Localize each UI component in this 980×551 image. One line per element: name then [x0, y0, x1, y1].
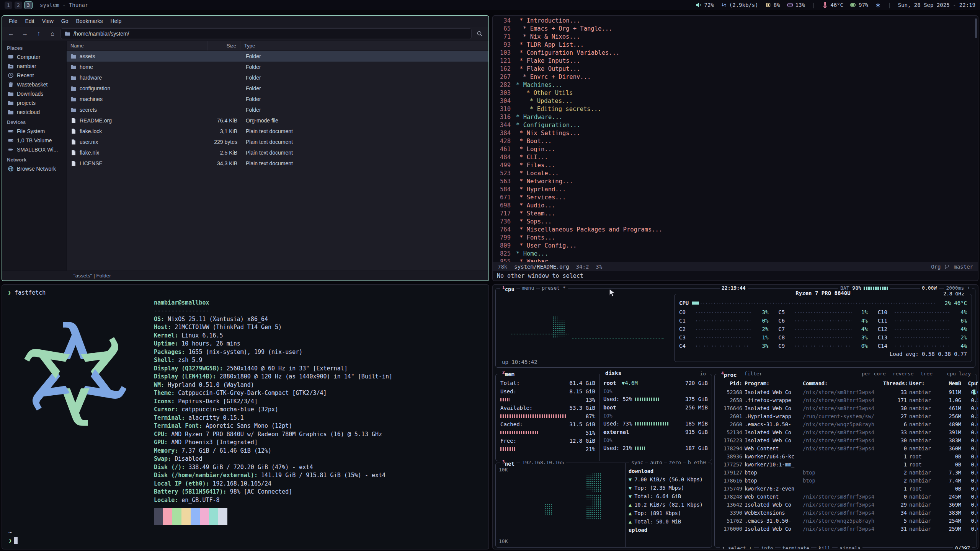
workspace-2[interactable]: 2	[15, 2, 22, 9]
process-row-178616[interactable]: 178616btopbtop2nambiar7.4M0.0	[715, 476, 977, 484]
process-row-52134[interactable]: 52134Isolated Web Co/nix/store/sm8fnrf3w…	[715, 428, 977, 436]
sidebar-item-nambiar[interactable]: nambiar	[2, 62, 66, 71]
column-header-name[interactable]: Name	[67, 41, 207, 51]
scrollbar-thumb[interactable]	[975, 18, 977, 38]
org-heading-line[interactable]: 698* Audio...	[493, 202, 978, 210]
sidebar-item-downloads[interactable]: Downloads	[2, 89, 66, 98]
file-row-home[interactable]: homeFolder	[67, 62, 488, 72]
memory-module[interactable]: 13%	[787, 2, 805, 8]
back-button[interactable]: ←	[5, 28, 17, 39]
org-heading-line[interactable]: 267* Envrc + Direnv...	[493, 73, 978, 81]
org-heading-line[interactable]: 384* Nix Settings...	[493, 129, 978, 137]
org-heading-line[interactable]: 34* Introduction...	[493, 17, 978, 25]
proc-action-terminate[interactable]: terminate	[781, 545, 811, 549]
org-heading-line[interactable]: 316* Hardware...	[493, 113, 978, 121]
workspace-1[interactable]: 1	[5, 2, 12, 9]
up-button[interactable]: ↑	[33, 28, 44, 39]
file-row-flake-nix[interactable]: flake.nix2,5 KiBPlain text document	[67, 147, 488, 158]
sidebar-item-projects[interactable]: projects	[2, 98, 66, 108]
sidebar-item-smallbox-wi[interactable]: SMALLBOX Wi...	[2, 145, 66, 154]
sidebar-item-browse-network[interactable]: Browse Network	[2, 164, 66, 173]
menu-help[interactable]: Help	[107, 17, 125, 25]
menu-button[interactable]: menu	[520, 285, 536, 292]
volume-module[interactable]: 72%	[696, 2, 714, 8]
process-row-51762[interactable]: 51762.emacs-31.0.50-/nix/store/wnqz5pa8r…	[715, 517, 977, 525]
org-heading-line[interactable]: 484* CLI...	[493, 153, 978, 161]
home-button[interactable]: ⌂	[47, 28, 58, 39]
proc-action-select[interactable]: ↑ select ↓	[720, 545, 754, 549]
proc-option-tree[interactable]: tree	[919, 371, 934, 377]
sidebar-item-nextcloud[interactable]: nextcloud	[2, 108, 66, 117]
process-row-176223[interactable]: 176223Isolated Web Co/nix/store/sm8fnrf3…	[715, 436, 977, 444]
file-row-hardware[interactable]: hardwareFolder	[67, 72, 488, 83]
proc-action-info[interactable]: info	[759, 545, 775, 549]
org-heading-line[interactable]: 344* Configuration...	[493, 121, 978, 129]
sidebar-item-recent[interactable]: Recent	[2, 71, 66, 80]
file-row-machines[interactable]: machinesFolder	[67, 94, 488, 104]
update-interval[interactable]: 2000ms +	[944, 285, 972, 291]
org-heading-line[interactable]: 162* Flake Output...	[493, 65, 978, 73]
org-heading-line[interactable]: 809* User Config...	[493, 242, 978, 250]
menu-file[interactable]: File	[5, 17, 21, 25]
proc-action-signals[interactable]: signals	[838, 545, 862, 549]
process-row-2658[interactable]: 2658.firefox-wrappe/nix/store/sm8fnrf3wp…	[715, 396, 977, 404]
org-heading-line[interactable]: 717* Steam...	[493, 210, 978, 218]
process-table-header[interactable]: Pid:Program:Command:Threads:User:MemBCpu…	[715, 379, 977, 388]
menu-go[interactable]: Go	[58, 17, 72, 25]
nixos-module[interactable]	[875, 2, 881, 8]
org-heading-line[interactable]: 764* Miscellaneous Packages and Programs…	[493, 226, 978, 234]
org-heading-line[interactable]: 584* Hyprland...	[493, 186, 978, 194]
process-row-178248[interactable]: 178248Web Content/nix/store/sm8fnrf3wps4…	[715, 492, 977, 500]
file-row-license[interactable]: LICENSE34,3 KiBPlain text document	[67, 158, 488, 169]
org-heading-line[interactable]: 523* Locale...	[493, 170, 978, 178]
sort-column-button[interactable]: cpu lazy	[945, 371, 973, 377]
sidebar-item-wastebasket[interactable]: Wastebasket	[2, 80, 66, 89]
org-heading-line[interactable]: 65* Emacs + Org + Tangle...	[493, 25, 978, 33]
cpu-module[interactable]: 8%	[765, 2, 780, 8]
process-row-176646[interactable]: 176646Isolated Web Co/nix/store/sm8fnrf3…	[715, 404, 977, 412]
path-bar[interactable]: /home/nambiar/system/	[60, 28, 472, 39]
file-row-readme-org[interactable]: README.org76,4 KiBOrg-mode file	[67, 115, 488, 126]
org-heading-line[interactable]: 282* Machines...	[493, 81, 978, 89]
org-heading-line[interactable]: 671* Services...	[493, 194, 978, 202]
process-row-38936[interactable]: 38936kworker/u64:6-kc1root0B0.0	[715, 452, 977, 460]
network-module[interactable]: (2.9kb/s)	[721, 2, 758, 8]
menu-bookmar-ks[interactable]: Bookmar̶ks	[72, 17, 106, 25]
process-row-179127[interactable]: 179127btopbtop2nambiar7.3M0.0	[715, 468, 977, 476]
process-row-13642[interactable]: 13642Isolated Web Co/nix/store/sm8fnrf3w…	[715, 500, 977, 509]
sidebar-item-1-0-tb-volume[interactable]: 1,0 TB Volume	[2, 136, 66, 145]
org-heading-line[interactable]: 825* Home...	[493, 250, 978, 258]
process-row-176000[interactable]: 176000Isolated Web Co/nix/store/sm8fnrf3…	[715, 525, 977, 533]
forward-button[interactable]: →	[19, 28, 31, 39]
org-heading-line[interactable]: 71* Nix & Nixos...	[493, 33, 978, 41]
org-heading-line[interactable]: 121* Flake Inputs...	[493, 57, 978, 65]
column-header-size[interactable]: Size	[207, 41, 240, 51]
proc-option-reverse[interactable]: reverse	[891, 371, 916, 377]
column-header-type[interactable]: Type	[240, 41, 488, 51]
sidebar-item-computer[interactable]: Computer	[2, 52, 66, 62]
org-heading-line[interactable]: 563* Networking...	[493, 178, 978, 186]
clock-module[interactable]: Sun, 28 Sep 2025 - 22:19	[898, 2, 975, 8]
org-heading-line[interactable]: 499* Files...	[493, 161, 978, 170]
process-row-52368[interactable]: 52368Isolated Web Co/nix/store/sm8fnrf3w…	[715, 388, 977, 396]
search-button[interactable]	[474, 28, 485, 39]
process-row-177257[interactable]: 177257kworker/10:1-mm_1root0B0.0	[715, 460, 977, 468]
io-mode-button[interactable]: io	[698, 371, 708, 377]
org-heading-line[interactable]: 855* Waubar...	[493, 258, 978, 262]
proc-action-kill[interactable]: kill	[817, 545, 832, 549]
sidebar-item-file-system[interactable]: File System	[2, 127, 66, 136]
org-heading-line[interactable]: 310* Editing secrets...	[493, 105, 978, 113]
org-heading-line[interactable]: 736* Sops...	[493, 218, 978, 226]
process-row-3390[interactable]: 3390WebExtensions/nix/store/sm8fnrf3wps4…	[715, 509, 977, 517]
menu-view[interactable]: View	[39, 17, 57, 25]
process-row-178294[interactable]: 178294Web Content/nix/store/sm8fnrf3wps4…	[715, 444, 977, 452]
org-heading-line[interactable]: 799* Fonts...	[493, 234, 978, 242]
file-row-configuration[interactable]: configurationFolder	[67, 83, 488, 94]
process-row-2660[interactable]: 2660.emacs-31.0.50-/nix/store/wnqz5pa8ra…	[715, 420, 977, 428]
workspace-3[interactable]: 3	[24, 2, 32, 9]
org-heading-line[interactable]: 103* Configuration Variables...	[493, 49, 978, 57]
file-row-flake-lock[interactable]: flake.lock3,1 KiBPlain text document	[67, 126, 488, 137]
process-row-175749[interactable]: 175749kworker/6:2-even1root0B0.0	[715, 484, 977, 492]
filter-button[interactable]: filter	[742, 371, 764, 378]
org-heading-line[interactable]: 304* Updates...	[493, 97, 978, 105]
